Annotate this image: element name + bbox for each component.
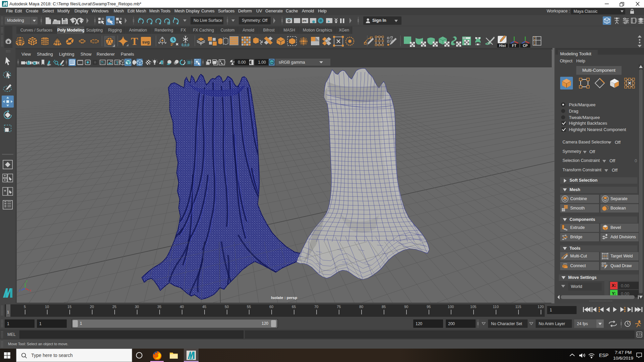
svg-text:CP: CP	[523, 44, 528, 48]
svg-text:35: 35	[157, 305, 161, 309]
svg-text:30: 30	[135, 305, 139, 309]
svg-text:75: 75	[337, 305, 341, 309]
svg-text:Drag: Drag	[569, 109, 578, 114]
svg-text:MAYA: MAYA	[189, 358, 193, 360]
svg-text:50: 50	[225, 305, 229, 309]
svg-text:120: 120	[538, 305, 544, 309]
svg-text:65: 65	[292, 305, 296, 309]
svg-text:0.00: 0.00	[238, 60, 246, 65]
svg-text:45: 45	[202, 305, 206, 309]
svg-text:FT: FT	[512, 44, 517, 48]
svg-text:Tweak/Marquee: Tweak/Marquee	[569, 115, 600, 120]
svg-text:95: 95	[427, 305, 431, 309]
svg-text:110: 110	[493, 305, 499, 309]
svg-text:5: 5	[24, 305, 26, 309]
svg-text:70: 70	[314, 305, 318, 309]
svg-text:Highlight Backfaces: Highlight Backfaces	[569, 121, 607, 126]
svg-text:Highlight Nearest Component: Highlight Nearest Component	[569, 127, 626, 132]
svg-text:80: 80	[359, 305, 363, 309]
svg-text:55: 55	[247, 305, 251, 309]
svg-text:0,0,0: 0,0,0	[181, 43, 190, 47]
svg-text:Isolate : persp: Isolate : persp	[271, 296, 297, 300]
svg-text:svg: svg	[142, 40, 150, 45]
svg-text:T: T	[131, 35, 138, 47]
svg-text:IPR: IPR	[303, 20, 307, 22]
svg-text:15: 15	[67, 305, 71, 309]
svg-text:1.00: 1.00	[258, 60, 266, 65]
svg-text:10: 10	[45, 305, 49, 309]
svg-text:115: 115	[515, 305, 521, 309]
svg-text:25: 25	[112, 305, 116, 309]
svg-text:60: 60	[269, 305, 273, 309]
svg-text:y: y	[26, 279, 28, 283]
svg-text:90: 90	[404, 305, 408, 309]
svg-text:Pick/Marquee: Pick/Marquee	[569, 102, 595, 107]
svg-text:ON: ON	[270, 61, 274, 64]
svg-text:20: 20	[90, 305, 94, 309]
svg-text:z: z	[19, 289, 20, 292]
svg-text:x: x	[30, 289, 31, 292]
svg-text:100: 100	[448, 305, 454, 309]
svg-text:sRGB gamma: sRGB gamma	[279, 60, 305, 65]
svg-text:105: 105	[470, 305, 476, 309]
svg-text:Hist: Hist	[499, 44, 506, 48]
svg-text:85: 85	[382, 305, 386, 309]
svg-text:40: 40	[180, 305, 184, 309]
